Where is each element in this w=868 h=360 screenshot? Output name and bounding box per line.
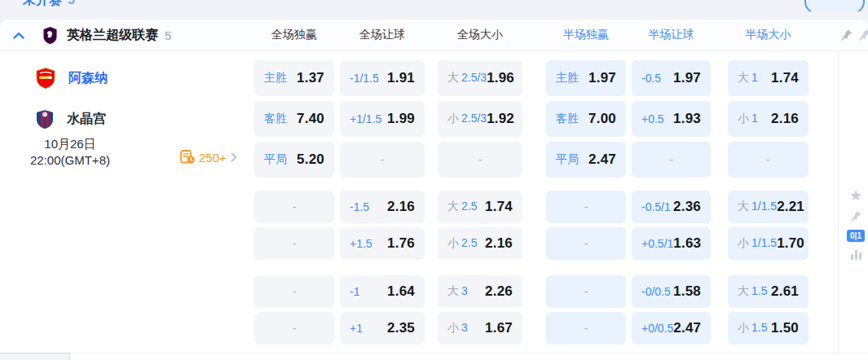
odds-value: 2.26 <box>485 283 513 300</box>
odds-cell[interactable]: 大1.52.61 <box>728 275 809 308</box>
score-badge[interactable]: 0|1 <box>847 230 865 242</box>
match-time: 22:00(GMT+8) <box>0 152 140 169</box>
match-datetime: 10月26日 22:00(GMT+8) <box>0 136 140 169</box>
odds-cell[interactable]: +0.5/11.63 <box>632 227 711 260</box>
away-team-name[interactable]: 水晶宫 <box>67 111 106 128</box>
odds-label: +0/0.5 <box>641 322 673 335</box>
odds-label: 平局 <box>556 152 579 167</box>
column-header-half-overunder: 半场大小 <box>728 20 809 50</box>
odds-value: 2.21 <box>777 199 804 215</box>
odds-label: 小2.5 <box>447 236 477 251</box>
odds-cell-empty: - <box>546 312 626 345</box>
odds-cell[interactable]: 主胜1.97 <box>546 60 626 96</box>
odds-value: 1.96 <box>487 70 514 86</box>
odds-label: 小2.5/3 <box>447 112 487 126</box>
odds-cell-empty: - <box>438 142 522 178</box>
odds-value: 2.47 <box>588 151 616 168</box>
odds-label: +1 <box>350 322 363 335</box>
odds-value: 2.35 <box>387 320 415 336</box>
pin-match-icon[interactable] <box>850 210 862 222</box>
odds-cell[interactable]: 大2.5/31.96 <box>438 60 522 96</box>
odds-value: 7.40 <box>297 111 324 127</box>
pin-icon[interactable] <box>840 29 853 45</box>
odds-cell[interactable]: +1/1.51.99 <box>340 101 425 137</box>
home-team-name[interactable]: 阿森纳 <box>68 70 108 87</box>
tab-count: 5 <box>68 0 75 7</box>
odds-cell[interactable]: 小1/1.51.70 <box>728 227 809 260</box>
odds-value: 1.63 <box>673 235 701 252</box>
odds-cell[interactable]: 平局2.47 <box>546 142 626 178</box>
odds-label: -0.5/1 <box>641 200 671 213</box>
odds-cell[interactable]: +12.35 <box>340 312 425 345</box>
odds-cell[interactable]: +0.51.93 <box>632 101 711 137</box>
top-pill-button[interactable] <box>804 0 865 11</box>
tab-label: 未开赛 <box>23 0 62 7</box>
more-markets-link[interactable]: 250+ <box>180 150 237 165</box>
odds-cell[interactable]: 小1.51.50 <box>728 312 809 345</box>
odds-value: 1.92 <box>487 111 514 127</box>
odds-value: 1.99 <box>387 111 415 127</box>
odds-cell[interactable]: +0/0.52.47 <box>632 312 711 345</box>
odds-cell[interactable]: 大11.74 <box>728 60 809 96</box>
stats-chart-icon[interactable] <box>850 249 862 260</box>
odds-label: 平局 <box>264 152 287 167</box>
tab-not-started[interactable]: 未开赛5 <box>23 0 75 9</box>
odds-label: +1/1.5 <box>350 112 381 125</box>
away-team-row: 水晶宫 <box>0 101 245 137</box>
odds-value: 1.91 <box>387 70 415 86</box>
odds-label: 小3 <box>447 321 468 336</box>
chevron-up-icon <box>13 32 24 39</box>
odds-cell[interactable]: -0.51.97 <box>632 60 711 96</box>
odds-cell[interactable]: -1.52.16 <box>340 191 425 223</box>
odds-cell[interactable]: 小31.67 <box>438 312 522 345</box>
odds-value: 1.93 <box>673 111 701 127</box>
odds-label: 主胜 <box>556 71 579 86</box>
odds-label: 客胜 <box>264 112 287 126</box>
odds-value: 1.70 <box>777 235 804 252</box>
top-bar: 未开赛5 <box>0 0 868 11</box>
favorite-star-icon[interactable]: ★ <box>849 188 862 203</box>
odds-cell[interactable]: -0/0.51.58 <box>632 275 711 308</box>
odds-cell-empty: - <box>546 191 626 223</box>
home-team-row: 阿森纳 <box>0 60 245 96</box>
odds-cell[interactable]: 大32.26 <box>438 275 522 308</box>
odds-table: 阿森纳 水晶宫 10月26日 22:00(GMT+8) 250+ <box>0 51 868 360</box>
odds-value: 5.20 <box>297 151 324 168</box>
odds-cell[interactable]: 大2.51.74 <box>438 191 522 223</box>
premier-league-logo-icon <box>42 27 58 44</box>
pin-icon-secondary[interactable] <box>858 29 868 45</box>
odds-cell-empty: - <box>340 142 425 178</box>
odds-label: -1 <box>350 285 359 298</box>
odds-label: 大1 <box>738 71 758 86</box>
odds-cell[interactable]: 小2.52.16 <box>438 227 522 260</box>
odds-label: 大2.5/3 <box>447 71 487 86</box>
odds-cell[interactable]: 大1/1.52.21 <box>728 191 809 223</box>
odds-label: 大1/1.5 <box>738 200 777 214</box>
odds-cell-empty: - <box>254 191 334 223</box>
odds-label: -0/0.5 <box>641 285 671 298</box>
odds-cell[interactable]: 平局5.20 <box>254 142 334 178</box>
odds-cell[interactable]: 小2.5/31.92 <box>438 101 522 137</box>
odds-cell[interactable]: -0.5/12.36 <box>632 191 711 223</box>
odds-cell[interactable]: +1.51.76 <box>340 227 425 260</box>
odds-label: 大2.5 <box>447 200 477 214</box>
odds-cell[interactable]: 客胜7.00 <box>546 101 626 137</box>
column-header-full-handicap: 全场让球 <box>340 20 425 50</box>
column-header-full-overunder: 全场大小 <box>438 20 522 50</box>
odds-value: 1.97 <box>673 70 701 86</box>
match-actions-rail: ★ 0|1 <box>845 188 866 260</box>
odds-cell[interactable]: -11.64 <box>340 275 425 308</box>
odds-value: 2.16 <box>771 111 799 127</box>
odds-value: 7.00 <box>588 111 616 127</box>
odds-value: 1.64 <box>387 283 415 300</box>
odds-cell[interactable]: 客胜7.40 <box>254 101 334 137</box>
odds-cell[interactable]: 小12.16 <box>728 101 809 137</box>
odds-value: 2.16 <box>387 199 415 215</box>
odds-value: 1.97 <box>588 70 616 86</box>
odds-cell[interactable]: 主胜1.37 <box>254 60 334 96</box>
odds-label: 小1/1.5 <box>738 236 777 251</box>
collapse-button[interactable] <box>11 28 26 42</box>
column-header-full-win: 全场独赢 <box>254 20 334 50</box>
odds-label: 大1.5 <box>738 284 767 299</box>
odds-cell[interactable]: -1/1.51.91 <box>340 60 425 96</box>
